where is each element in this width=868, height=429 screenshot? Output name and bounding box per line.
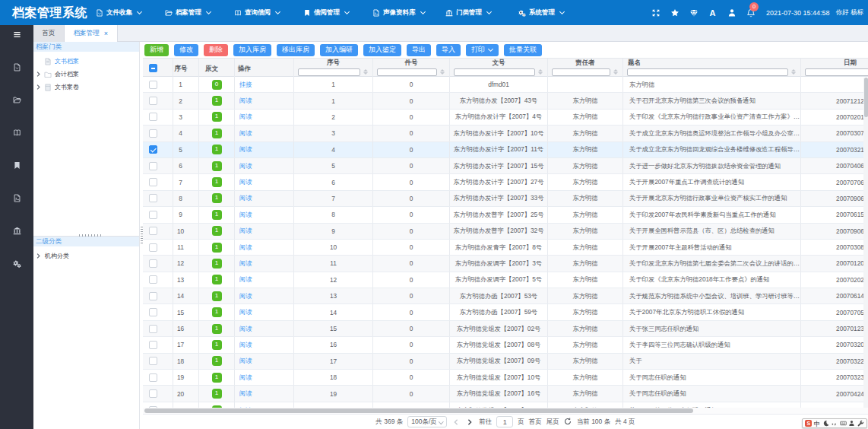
row-checkbox[interactable] <box>149 243 157 252</box>
tab-active-2[interactable]: 档案管理× <box>65 25 118 42</box>
row-checkbox[interactable] <box>149 81 157 89</box>
row-checkbox[interactable] <box>149 373 157 382</box>
toolbar-button-1[interactable]: 新增 <box>144 44 169 56</box>
table-row-9[interactable]: 91阅读80东方明德办发普字【2007】25号东方明德关于印发2007年农民科学… <box>143 207 868 223</box>
top-menu-item-3[interactable]: 查询借阅 <box>234 0 280 25</box>
star-icon[interactable] <box>670 8 680 17</box>
table-row-1[interactable]: 10挂接10dfmd01东方明德 <box>143 77 868 93</box>
table-row-6[interactable]: 61阅读50东方明德办发计字【2007】15号东方明德关于进一步做好北京东方明德… <box>143 158 868 174</box>
sidebar-folder-open-icon[interactable] <box>0 91 33 109</box>
bell-icon[interactable]: 0 <box>746 8 756 17</box>
operation-link[interactable]: 阅读 <box>239 308 252 316</box>
horizontal-scrollbar-thumb[interactable] <box>144 408 693 413</box>
toolbar-button-11[interactable]: 批量关联 <box>504 44 542 56</box>
sidebar-doc-file-icon[interactable] <box>0 58 33 76</box>
top-menu-item-5[interactable]: 声像资料库 <box>372 0 426 25</box>
font-size-icon[interactable]: A <box>708 8 718 17</box>
halfwidth-moon-icon[interactable] <box>822 420 829 427</box>
operation-link[interactable]: 挂接 <box>239 81 252 89</box>
operation-link[interactable]: 阅读 <box>239 292 252 300</box>
wrench-icon[interactable] <box>857 420 864 427</box>
row-checkbox[interactable] <box>149 227 157 235</box>
punctuation-icon[interactable] <box>831 420 838 427</box>
prev-page-button[interactable] <box>451 417 461 427</box>
fullscreen-icon[interactable] <box>651 8 661 17</box>
keyboard-icon[interactable] <box>840 420 847 427</box>
horizontal-scrollbar[interactable] <box>143 408 868 414</box>
sogou-logo-icon[interactable]: S <box>805 420 812 427</box>
table-row-2[interactable]: 21阅读10东方明德办发【2007】43号东方明德关于召开北京东方明德第三次会议… <box>143 93 868 109</box>
toolbar-button-6[interactable]: 加入编研 <box>320 44 358 56</box>
toolbar-button-8[interactable]: 导出 <box>407 44 431 56</box>
row-checkbox[interactable] <box>149 129 157 138</box>
toolbar-button-10[interactable]: 打印 <box>466 44 499 56</box>
filter-input-date[interactable] <box>805 68 868 76</box>
top-menu-item-6[interactable]: 门类管理 <box>445 0 492 25</box>
row-checkbox[interactable] <box>149 292 157 300</box>
row-checkbox[interactable] <box>149 211 157 219</box>
operation-link[interactable]: 阅读 <box>239 113 252 121</box>
tree-item-1-1[interactable]: 文书档案 <box>33 55 139 68</box>
sidebar-menu-toggle-icon[interactable] <box>0 25 33 43</box>
operation-link[interactable]: 阅读 <box>239 97 252 105</box>
caret-right-icon[interactable] <box>36 72 42 78</box>
operation-link[interactable]: 阅读 <box>239 178 252 186</box>
row-checkbox[interactable] <box>149 145 157 154</box>
operation-link[interactable]: 阅读 <box>239 227 252 235</box>
row-checkbox[interactable] <box>149 389 157 398</box>
tree-item-1-2[interactable]: 会计档案 <box>33 68 139 81</box>
table-row-13[interactable]: 131阅读120东方明德办发调字【2007】5号东方明德关于印发《北京东方明德2… <box>143 272 868 288</box>
user-icon[interactable] <box>727 8 737 17</box>
operation-link[interactable]: 阅读 <box>239 373 252 382</box>
table-row-7[interactable]: 71阅读60东方明德办发计字【2007】27号东方明德关于开展2007年重点工作… <box>143 174 868 190</box>
row-checkbox[interactable] <box>149 113 157 121</box>
row-checkbox[interactable] <box>149 178 157 186</box>
table-row-4[interactable]: 41阅读30东方明德办发计字【2007】10号东方明德关于成立北京东方明德奥运环… <box>143 126 868 141</box>
row-checkbox[interactable] <box>149 194 157 202</box>
filter-input-docno[interactable] <box>454 68 535 76</box>
operation-link[interactable]: 阅读 <box>239 389 252 398</box>
sort-toggle-icon[interactable] <box>537 69 543 75</box>
row-checkbox[interactable] <box>149 308 157 316</box>
caret-right-icon[interactable] <box>36 253 42 259</box>
row-checkbox[interactable] <box>149 325 157 333</box>
operation-link[interactable]: 阅读 <box>239 145 252 154</box>
table-row-8[interactable]: 81阅读70东方明德办发计字【2007】33号东方明德关于开展北京东方明德行政事… <box>143 191 868 207</box>
operation-link[interactable]: 阅读 <box>239 325 252 333</box>
row-checkbox[interactable] <box>149 97 157 105</box>
page-number-input[interactable] <box>496 416 513 427</box>
chinese-mode-icon[interactable]: 中 <box>814 420 821 427</box>
operation-link[interactable]: 阅读 <box>239 357 252 365</box>
table-row-16[interactable]: 161阅读150东方明德党组发【2007】02号东方明德关于张三同志任职的通知2… <box>143 321 868 337</box>
select-all-checkbox[interactable] <box>149 64 157 72</box>
vertical-scrollbar-thumb[interactable] <box>864 78 868 117</box>
toolbar-button-4[interactable]: 加入库房 <box>233 44 271 56</box>
filter-input-item[interactable] <box>377 68 437 76</box>
refresh-icon[interactable] <box>564 418 572 426</box>
table-row-15[interactable]: 151阅读140东方明德办函【2007】59号东方明德关于2007年北京东方明德… <box>143 304 868 320</box>
user-mode-icon[interactable] <box>848 420 855 427</box>
sidebar-media-file-icon[interactable] <box>0 189 33 207</box>
tab-close-icon[interactable]: × <box>104 30 108 37</box>
toolbar-button-7[interactable]: 加入鉴定 <box>363 44 401 56</box>
tree-item-2-1[interactable]: 机构分类 <box>33 249 139 262</box>
top-menu-item-4[interactable]: 借阅管理 <box>303 0 350 25</box>
sidebar-gears-icon[interactable] <box>0 254 33 272</box>
table-row-12[interactable]: 121阅读110东方明德办发调字【2007】3号东方明德关于印发北京东方明德第七… <box>143 256 868 272</box>
caret-right-icon[interactable] <box>36 84 42 91</box>
sort-toggle-icon[interactable] <box>363 69 368 75</box>
tree-item-1-3[interactable]: 文书案卷 <box>33 81 139 94</box>
first-page-link[interactable]: 首页 <box>529 418 542 427</box>
table-row-3[interactable]: 31阅读20东方明德办发计字【2007】4号东方明德关于印发《北京东方明德行政事… <box>143 110 868 126</box>
operation-link[interactable]: 阅读 <box>239 129 252 138</box>
operation-link[interactable]: 阅读 <box>239 243 252 252</box>
table-row-17[interactable]: 171阅读160东方明德党组发【2007】08号东方明德关于李四等三位同志确认职… <box>143 337 868 353</box>
operation-link[interactable]: 阅读 <box>239 341 252 349</box>
row-checkbox[interactable] <box>149 357 157 365</box>
operation-link[interactable]: 阅读 <box>239 194 252 202</box>
filter-input-title[interactable] <box>627 68 788 76</box>
table-row-10[interactable]: 101阅读90东方明德办发普字【2007】32号东方明德关于开展全国科普示范县（… <box>143 224 868 240</box>
row-checkbox[interactable] <box>149 162 157 170</box>
table-row-11[interactable]: 111阅读100东方明德办发青字【2007】8号东方明德关于开展2007年主题科… <box>143 240 868 256</box>
filter-input-no[interactable] <box>298 68 360 76</box>
